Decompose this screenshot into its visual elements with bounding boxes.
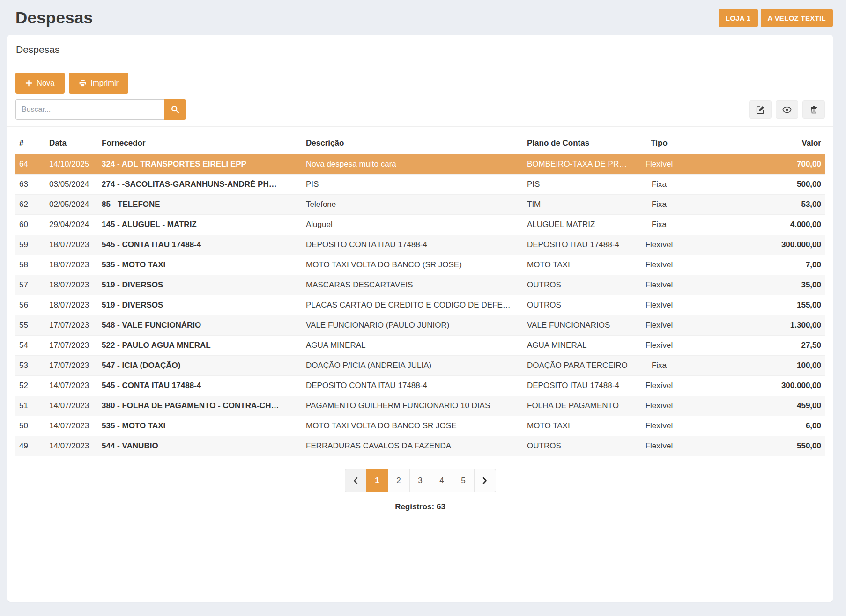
cell-type: Flexível <box>631 336 687 356</box>
cell-id: 51 <box>15 396 45 416</box>
cell-plan: AGUA MINERAL <box>523 336 631 356</box>
cell-description: PLACAS CARTÃO DE CREDITO E CODIGO DE DEF… <box>302 295 523 315</box>
cell-date: 17/07/2023 <box>45 336 98 356</box>
cell-plan: PIS <box>523 175 631 195</box>
cell-plan: OUTROS <box>523 275 631 295</box>
cell-date: 18/07/2023 <box>45 295 98 315</box>
cell-value: 53,00 <box>687 195 825 215</box>
cell-type: Flexível <box>631 436 687 456</box>
button-row: Nova Imprimir <box>15 73 825 94</box>
table-row[interactable]: 5918/07/2023545 - CONTA ITAU 17488-4DEPO… <box>15 235 825 255</box>
row-actions <box>749 100 825 119</box>
table-row[interactable]: 5114/07/2023380 - FOLHA DE PAGAMENTO - C… <box>15 396 825 416</box>
cell-value: 500,00 <box>687 175 825 195</box>
cell-id: 59 <box>15 235 45 255</box>
cell-plan: VALE FUNCIONARIOS <box>523 315 631 336</box>
cell-description: VALE FUNCIONARIO (PAULO JUNIOR) <box>302 315 523 336</box>
cell-plan: MOTO TAXI <box>523 255 631 275</box>
view-button[interactable] <box>776 100 798 119</box>
cell-value: 35,00 <box>687 275 825 295</box>
imprimir-button-label: Imprimir <box>91 79 119 88</box>
cell-value: 100,00 <box>687 356 825 376</box>
search-icon <box>171 105 179 114</box>
table-row[interactable]: 5417/07/2023522 - PAULO AGUA MNERALAGUA … <box>15 336 825 356</box>
delete-button[interactable] <box>802 100 825 119</box>
prev-page-button[interactable] <box>345 469 367 492</box>
cell-date: 14/07/2023 <box>45 436 98 456</box>
cell-description: MOTO TAXI VOLTA DO BANCO SR JOSE <box>302 416 523 436</box>
card-body: Nova Imprimir <box>7 64 833 512</box>
records-count: Registros: 63 <box>15 502 825 512</box>
cell-plan: MOTO TAXI <box>523 416 631 436</box>
cell-supplier: 545 - CONTA ITAU 17488-4 <box>98 235 302 255</box>
cell-date: 18/07/2023 <box>45 235 98 255</box>
table-row[interactable]: 5517/07/2023548 - VALE FUNCIONÁRIOVALE F… <box>15 315 825 336</box>
next-page-button[interactable] <box>474 469 496 492</box>
badges: LOJA 1 A VELOZ TEXTIL <box>719 9 833 27</box>
table-row[interactable]: 6202/05/202485 - TELEFONETelefoneTIMFixa… <box>15 195 825 215</box>
edit-button[interactable] <box>749 100 772 119</box>
cell-type: Flexível <box>631 376 687 396</box>
cell-value: 155,00 <box>687 295 825 315</box>
page-button-3[interactable]: 3 <box>409 469 431 492</box>
cell-type: Flexível <box>631 315 687 336</box>
cell-date: 29/04/2024 <box>45 215 98 235</box>
search-group <box>15 99 186 120</box>
page-button-1[interactable]: 1 <box>366 469 388 492</box>
table-row[interactable]: 6414/10/2025324 - ADL TRANSPORTES EIRELI… <box>15 154 825 175</box>
store-badge[interactable]: LOJA 1 <box>719 9 758 27</box>
cell-value: 27,50 <box>687 336 825 356</box>
cell-description: AGUA MINERAL <box>302 336 523 356</box>
table-row[interactable]: 5014/07/2023535 - MOTO TAXIMOTO TAXI VOL… <box>15 416 825 436</box>
cell-plan: FOLHA DE PAGAMENTO <box>523 396 631 416</box>
page-button-4[interactable]: 4 <box>431 469 453 492</box>
card-title: Despesas <box>7 35 833 64</box>
table-row[interactable]: 5618/07/2023519 - DIVERSOSPLACAS CARTÃO … <box>15 295 825 315</box>
table-row[interactable]: 5818/07/2023535 - MOTO TAXIMOTO TAXI VOL… <box>15 255 825 275</box>
column-header: Tipo <box>631 132 687 154</box>
page-button-2[interactable]: 2 <box>388 469 410 492</box>
cell-value: 550,00 <box>687 436 825 456</box>
table-row[interactable]: 5718/07/2023519 - DIVERSOSMASCARAS DESCA… <box>15 275 825 295</box>
nova-button[interactable]: Nova <box>15 73 65 94</box>
imprimir-button[interactable]: Imprimir <box>69 73 129 94</box>
plus-icon <box>25 80 32 87</box>
table-row[interactable]: 6029/04/2024145 - ALUGUEL - MATRIZAlugue… <box>15 215 825 235</box>
column-header: Valor <box>687 132 825 154</box>
table-row[interactable]: 5214/07/2023545 - CONTA ITAU 17488-4DEPO… <box>15 376 825 396</box>
cell-id: 50 <box>15 416 45 436</box>
page-button-5[interactable]: 5 <box>453 469 475 492</box>
column-header: Descrição <box>302 132 523 154</box>
cell-description: Nova despesa muito cara <box>302 154 523 175</box>
header-row: #DataFornecedorDescriçãoPlano de ContasT… <box>15 132 825 154</box>
company-badge[interactable]: A VELOZ TEXTIL <box>761 9 833 27</box>
table-row[interactable]: 4914/07/2023544 - VANUBIOFERRADURAS CAVA… <box>15 436 825 456</box>
cell-supplier: 522 - PAULO AGUA MNERAL <box>98 336 302 356</box>
cell-id: 54 <box>15 336 45 356</box>
page-title: Despesas <box>15 8 93 27</box>
despesas-card: Despesas Nova <box>7 35 833 602</box>
cell-description: DOAÇÃO P/ICIA (ANDREIA JULIA) <box>302 356 523 376</box>
printer-icon <box>79 79 87 87</box>
search-input[interactable] <box>15 99 164 120</box>
cell-description: Aluguel <box>302 215 523 235</box>
cell-plan: OUTROS <box>523 436 631 456</box>
pagination-wrap: 12345 <box>15 469 825 492</box>
table-row[interactable]: 6303/05/2024274 - -SACOLITAS-GARANHUNS-A… <box>15 175 825 195</box>
expenses-table: #DataFornecedorDescriçãoPlano de ContasT… <box>15 132 825 456</box>
column-header: Fornecedor <box>98 132 302 154</box>
column-header: Plano de Contas <box>523 132 631 154</box>
cell-type: Fixa <box>631 356 687 376</box>
cell-supplier: 548 - VALE FUNCIONÁRIO <box>98 315 302 336</box>
search-row <box>15 99 825 120</box>
cell-description: DEPOSITO CONTA ITAU 17488-4 <box>302 376 523 396</box>
cell-supplier: 85 - TELEFONE <box>98 195 302 215</box>
cell-date: 14/07/2023 <box>45 376 98 396</box>
search-button[interactable] <box>164 99 186 120</box>
cell-type: Fixa <box>631 175 687 195</box>
table-row[interactable]: 5317/07/2023547 - ICIA (DOAÇÃO)DOAÇÃO P/… <box>15 356 825 376</box>
cell-date: 18/07/2023 <box>45 275 98 295</box>
cell-type: Flexível <box>631 275 687 295</box>
cell-type: Fixa <box>631 195 687 215</box>
cell-plan: ALUGUEL MATRIZ <box>523 215 631 235</box>
